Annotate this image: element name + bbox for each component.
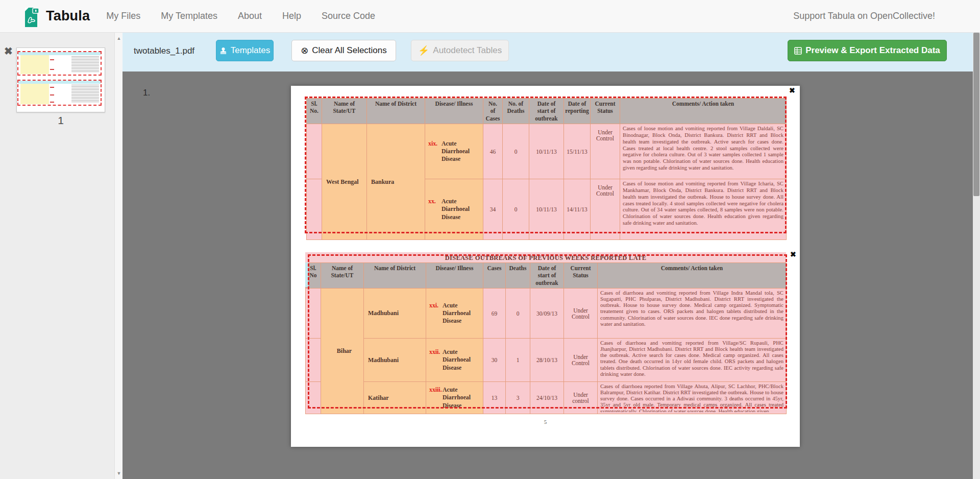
- thumbnail-selection-2: [17, 80, 102, 106]
- mini-red-mark: [50, 94, 54, 95]
- selection-1-close-icon[interactable]: ✖: [789, 87, 795, 94]
- templates-button[interactable]: Templates: [216, 40, 274, 61]
- mini-red-mark: [50, 59, 54, 60]
- mini-text-lines: [71, 56, 99, 73]
- tabula-logo-icon: [20, 5, 41, 28]
- selection-2-close-icon[interactable]: ✖: [790, 251, 796, 258]
- mini-text-lines: [71, 85, 99, 103]
- thumbnail-page-number: 1: [16, 114, 105, 127]
- support-opencollective-link[interactable]: Support Tabula on OpenCollective!: [793, 11, 935, 21]
- mini-red-mark: [50, 87, 54, 88]
- export-button-label: Preview & Export Extracted Data: [805, 45, 940, 56]
- navbar: Tabula My Files My Templates About Help …: [0, 0, 980, 33]
- thumbnail-selection-1: [17, 51, 102, 76]
- current-filename: twotables_1.pdf: [134, 46, 194, 56]
- nav-my-files[interactable]: My Files: [106, 11, 140, 21]
- toolbar: twotables_1.pdf Templates ⊗ Clear All Se…: [122, 33, 980, 71]
- scroll-down-icon[interactable]: ▼: [116, 471, 122, 476]
- preview-export-button[interactable]: Preview & Export Extracted Data: [788, 40, 947, 61]
- mini-table-cells: [20, 55, 49, 74]
- table-selection-1[interactable]: [305, 97, 787, 233]
- main-document-area: 1. Sl. No. Name of State/UT Name of Dist…: [122, 71, 973, 479]
- mini-table-cells: [20, 84, 49, 104]
- autodetect-tables-button[interactable]: ⚡ Autodetect Tables: [411, 40, 509, 61]
- templates-button-label: Templates: [231, 45, 270, 56]
- nav-source-code[interactable]: Source Code: [322, 11, 375, 21]
- clear-circle-icon: ⊗: [301, 46, 308, 55]
- mini-red-mark: [50, 102, 54, 103]
- nav-my-templates[interactable]: My Templates: [161, 11, 217, 21]
- pdf-page-number: 5: [291, 419, 800, 425]
- sidebar-thumbnails: ✖ 1 ▲ ▼: [0, 33, 122, 479]
- scroll-up-icon[interactable]: ▲: [116, 36, 122, 41]
- mini-red-mark: [50, 69, 54, 70]
- table-selection-2[interactable]: [308, 254, 787, 409]
- sidebar-scrollbar[interactable]: ▲ ▼: [114, 33, 122, 479]
- lightning-icon: ⚡: [418, 46, 429, 55]
- clear-all-selections-button[interactable]: ⊗ Clear All Selections: [291, 40, 396, 61]
- template-stamp-icon: [219, 47, 227, 55]
- delete-page-icon[interactable]: ✖: [4, 46, 13, 56]
- autodetect-button-label: Autodetect Tables: [433, 45, 502, 56]
- tabula-app: Tabula My Files My Templates About Help …: [0, 0, 980, 479]
- window-scrollbar-thumb[interactable]: [973, 33, 979, 196]
- nav-about[interactable]: About: [238, 11, 262, 21]
- page-marker: 1.: [143, 88, 150, 98]
- page-thumbnail[interactable]: [16, 47, 105, 112]
- window-scrollbar[interactable]: [973, 33, 980, 479]
- nav-links: My Files My Templates About Help Source …: [106, 11, 375, 21]
- brand[interactable]: Tabula: [20, 5, 90, 28]
- table-grid-icon: [794, 47, 802, 55]
- nav-help[interactable]: Help: [282, 11, 301, 21]
- brand-title: Tabula: [46, 8, 90, 24]
- pdf-page[interactable]: Sl. No. Name of State/UT Name of Distric…: [291, 86, 800, 447]
- clear-button-label: Clear All Selections: [312, 45, 386, 56]
